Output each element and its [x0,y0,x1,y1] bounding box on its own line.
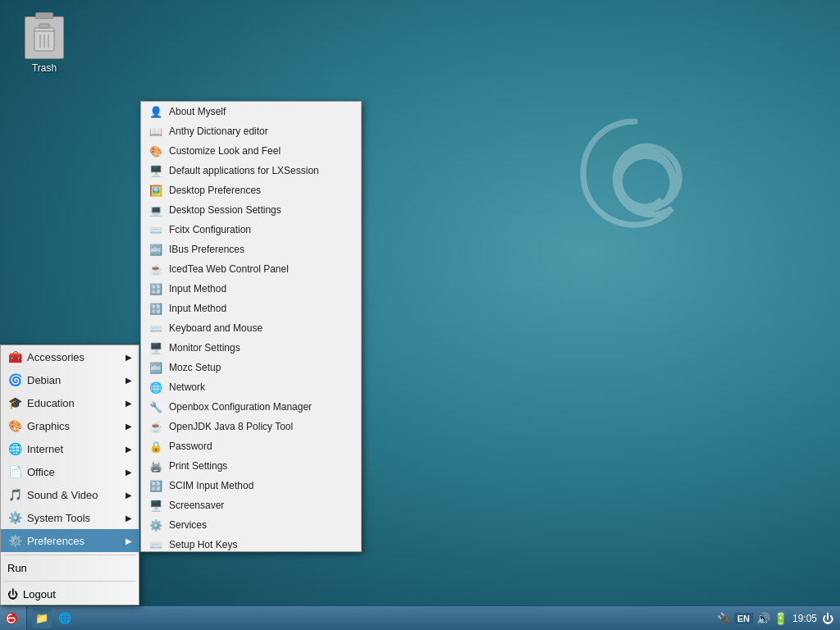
submenu-password[interactable]: 🔒 Password [141,436,361,456]
taskbar-app-icons: 📁 🌐 [27,606,80,630]
submenu-input-method-1[interactable]: 🔡 Input Method [141,279,361,299]
submenu-keyboard-mouse[interactable]: ⌨️ Keyboard and Mouse [141,318,361,338]
menu-logout[interactable]: ⏻ Logout [1,584,139,605]
keyboard-layout-indicator[interactable]: EN [734,613,753,624]
taskbar: 📁 🌐 🔌 EN 🔊 🔋 19:05 ⏻ [0,605,840,630]
hotkeys-icon: ⌨️ [148,538,164,551]
taskbar-start-button[interactable] [0,606,27,630]
arrow-icon: ▶ [126,353,132,362]
submenu-fcitx-label: Fcitx Configuration [169,224,251,235]
menu-item-graphics[interactable]: 🎨 Graphics ▶ [1,414,139,437]
mozc-icon: 🔤 [148,361,164,374]
submenu-customize-look-label: Customize Look and Feel [169,145,281,157]
submenu-openjdk[interactable]: ☕ OpenJDK Java 8 Policy Tool [141,417,361,436]
trash-icon-image [25,16,64,59]
menu-separator-1 [4,555,135,555]
menu-item-education[interactable]: 🎓 Education ▶ [1,391,139,414]
submenu-screensaver-label: Screensaver [169,500,224,511]
submenu-print-label: Print Settings [169,460,227,472]
submenu-network-label: Network [169,381,205,393]
submenu-services[interactable]: ⚙️ Services [141,515,361,535]
submenu-openbox[interactable]: 🔧 Openbox Configuration Manager [141,397,361,417]
desktop-session-icon: 💻 [148,203,164,217]
trash-label: Trash [32,62,57,74]
submenu-password-label: Password [169,441,212,452]
taskbar-file-manager-icon[interactable]: 📁 [32,609,52,628]
submenu-customize-look[interactable]: 🎨 Customize Look and Feel [141,141,361,161]
desktop: Trash 🧰 Accessories ▶ 🌀 Debian ▶ 🎓 Educa… [0,0,840,630]
network-tray-icon[interactable]: 🔌 [717,612,731,625]
password-icon: 🔒 [148,440,164,453]
menu-item-education-label: Education [27,397,75,409]
submenu-desktop-prefs[interactable]: 🖼️ Desktop Preferences [141,180,361,200]
arrow-icon: ▶ [126,514,132,523]
arrow-icon: ▶ [126,376,132,385]
menu-item-internet-label: Internet [27,443,63,455]
power-tray-icon[interactable]: 🔋 [774,612,788,625]
menu-item-accessories[interactable]: 🧰 Accessories ▶ [1,345,139,368]
menu-item-office-label: Office [27,466,55,478]
submenu-mozc-label: Mozc Setup [169,362,221,373]
submenu-scim[interactable]: 🔡 SCIM Input Method [141,476,361,495]
menu-logout-icon: ⏻ [7,588,18,600]
submenu-hotkeys[interactable]: ⌨️ Setup Hot Keys [141,535,361,552]
submenu-scim-label: SCIM Input Method [169,480,253,491]
menu-run[interactable]: Run [1,558,139,578]
menu-item-office[interactable]: 📄 Office ▶ [1,460,139,483]
menu-item-sound-video-label: Sound & Video [27,489,98,501]
arrow-icon: ▶ [126,445,132,454]
submenu-default-apps[interactable]: 🖥️ Default applications for LXSession [141,161,361,180]
monitor-icon: 🖥️ [148,341,164,354]
submenu-network[interactable]: 🌐 Network [141,377,361,397]
menu-item-internet[interactable]: 🌐 Internet ▶ [1,437,139,460]
ibus-icon: 🔤 [148,243,164,256]
menu-item-sound-video[interactable]: 🎵 Sound & Video ▶ [1,483,139,506]
customize-look-icon: 🎨 [148,144,164,158]
menu-separator-2 [4,581,135,582]
volume-tray-icon[interactable]: 🔊 [756,612,770,625]
taskbar-browser-icon[interactable]: 🌐 [55,609,75,628]
submenu-fcitx[interactable]: ⌨️ Fcitx Configuration [141,220,361,240]
input-method-2-icon: 🔡 [148,302,164,315]
submenu-icedtea-label: IcedTea Web Control Panel [169,263,289,275]
submenu-mozc[interactable]: 🔤 Mozc Setup [141,358,361,377]
submenu-keyboard-mouse-label: Keyboard and Mouse [169,322,262,334]
submenu-anthy-dict-label: Anthy Dictionary editor [169,126,268,137]
start-menu: 🧰 Accessories ▶ 🌀 Debian ▶ 🎓 Education ▶… [0,345,139,605]
submenu-about-myself[interactable]: 👤 About Myself [141,102,361,121]
arrow-icon: ▶ [126,491,132,500]
icedtea-icon: ☕ [148,262,164,276]
arrow-icon: ▶ [126,536,132,546]
preferences-submenu: 👤 About Myself 📖 Anthy Dictionary editor… [140,101,362,552]
default-apps-icon: 🖥️ [148,164,164,177]
sound-video-icon: 🎵 [7,487,22,502]
submenu-monitor-label: Monitor Settings [169,342,240,354]
desktop-prefs-icon: 🖼️ [148,184,164,197]
menu-item-system-tools[interactable]: ⚙️ System Tools ▶ [1,506,139,529]
menu-item-debian[interactable]: 🌀 Debian ▶ [1,368,139,391]
submenu-input-method-2[interactable]: 🔡 Input Method [141,299,361,318]
trash-desktop-icon[interactable]: Trash [25,16,64,74]
submenu-icedtea[interactable]: ☕ IcedTea Web Control Panel [141,259,361,279]
screensaver-icon: 🖥️ [148,499,164,512]
keyboard-mouse-icon: ⌨️ [148,322,164,335]
logout-tray-icon[interactable]: ⏻ [822,612,833,625]
menu-item-preferences[interactable]: ⚙️ Preferences ▶ 👤 About Myself 📖 Anthy … [1,529,139,552]
submenu-print[interactable]: 🖨️ Print Settings [141,456,361,476]
print-icon: 🖨️ [148,459,164,472]
submenu-hotkeys-label: Setup Hot Keys [169,539,237,550]
debian-icon: 🌀 [7,372,22,387]
submenu-anthy-dict[interactable]: 📖 Anthy Dictionary editor [141,121,361,141]
submenu-screensaver[interactable]: 🖥️ Screensaver [141,495,361,515]
menu-item-debian-label: Debian [27,374,61,386]
submenu-ibus[interactable]: 🔤 IBus Preferences [141,240,361,259]
scim-icon: 🔡 [148,479,164,492]
submenu-desktop-session[interactable]: 💻 Desktop Session Settings [141,200,361,220]
services-icon: ⚙️ [148,518,164,532]
submenu-openbox-label: Openbox Configuration Manager [169,401,312,413]
submenu-desktop-session-label: Desktop Session Settings [169,204,281,216]
submenu-monitor[interactable]: 🖥️ Monitor Settings [141,338,361,358]
openbox-icon: 🔧 [148,400,164,413]
about-myself-icon: 👤 [148,105,164,118]
menu-item-system-tools-label: System Tools [27,512,90,524]
